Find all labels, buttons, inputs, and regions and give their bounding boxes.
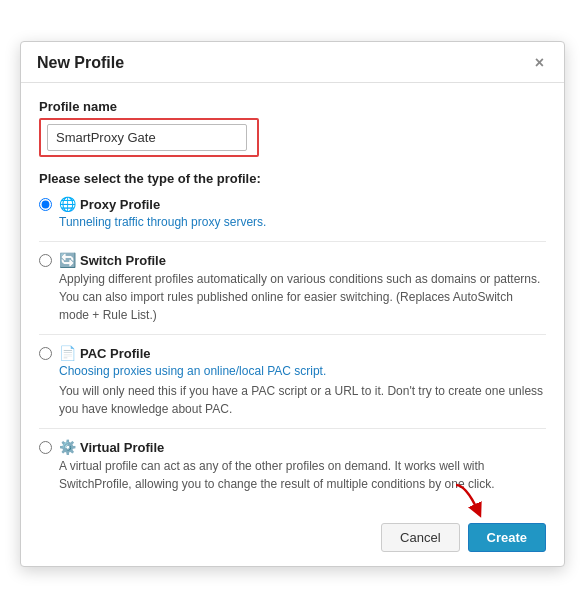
option-pac-content: 📄 PAC Profile Choosing proxies using an …: [59, 345, 546, 418]
profile-name-input[interactable]: [47, 124, 247, 151]
create-button[interactable]: Create: [468, 523, 546, 552]
close-button[interactable]: ×: [531, 55, 548, 71]
option-proxy-title: 🌐 Proxy Profile: [59, 196, 546, 212]
divider-1: [39, 241, 546, 242]
proxy-icon: 🌐: [59, 196, 76, 212]
dialog-body: Profile name Please select the type of t…: [21, 83, 564, 513]
option-proxy-content: 🌐 Proxy Profile Tunneling traffic throug…: [59, 196, 546, 231]
option-pac-radio[interactable]: [39, 347, 52, 360]
option-switch-row: 🔄 Switch Profile Applying different prof…: [39, 252, 546, 324]
option-virtual-radio[interactable]: [39, 441, 52, 454]
option-pac-row: 📄 PAC Profile Choosing proxies using an …: [39, 345, 546, 418]
option-pac-note: You will only need this if you have a PA…: [59, 382, 546, 418]
virtual-icon: ⚙️: [59, 439, 76, 455]
arrow-indicator: [448, 481, 496, 521]
option-proxy-desc: Tunneling traffic through proxy servers.: [59, 213, 546, 231]
profile-name-box: [39, 118, 259, 157]
dialog-header: New Profile ×: [21, 42, 564, 83]
divider-2: [39, 334, 546, 335]
profile-name-label: Profile name: [39, 99, 546, 114]
option-switch-title: 🔄 Switch Profile: [59, 252, 546, 268]
divider-3: [39, 428, 546, 429]
option-switch-radio[interactable]: [39, 254, 52, 267]
new-profile-dialog: New Profile × Profile name Please select…: [20, 41, 565, 567]
option-proxy-row: 🌐 Proxy Profile Tunneling traffic throug…: [39, 196, 546, 231]
cancel-button[interactable]: Cancel: [381, 523, 459, 552]
option-pac-title: 📄 PAC Profile: [59, 345, 546, 361]
option-proxy-radio[interactable]: [39, 198, 52, 211]
option-switch-note: Applying different profiles automaticall…: [59, 270, 546, 324]
option-virtual-title: ⚙️ Virtual Profile: [59, 439, 546, 455]
option-switch-content: 🔄 Switch Profile Applying different prof…: [59, 252, 546, 324]
switch-icon: 🔄: [59, 252, 76, 268]
option-pac-desc: Choosing proxies using an online/local P…: [59, 362, 546, 380]
dialog-title: New Profile: [37, 54, 124, 72]
dialog-footer: Cancel Create: [21, 513, 564, 566]
select-type-label: Please select the type of the profile:: [39, 171, 546, 186]
pac-icon: 📄: [59, 345, 76, 361]
